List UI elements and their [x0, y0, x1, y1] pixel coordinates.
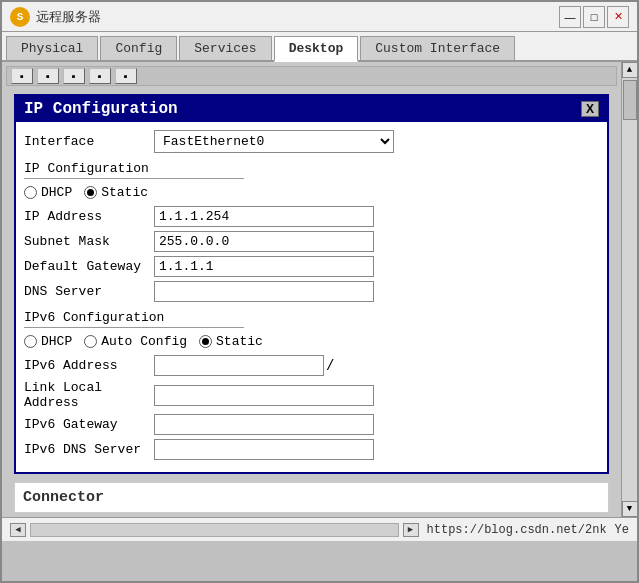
app-window: S 远程服务器 — □ ✕ Physical Config Services D…: [0, 0, 639, 583]
ipv6-static-label: Static: [216, 334, 263, 349]
tab-custom[interactable]: Custom Interface: [360, 36, 515, 60]
app-icon: S: [10, 7, 30, 27]
title-bar: S 远程服务器 — □ ✕: [2, 2, 637, 32]
scroll-down-button[interactable]: ▼: [622, 501, 638, 517]
ipv6-address-input[interactable]: [154, 355, 324, 376]
scroll-thumb[interactable]: [623, 80, 637, 120]
iface-btn-2[interactable]: ▪: [37, 68, 59, 84]
ip-address-row: IP Address: [24, 206, 599, 227]
ipv6-dns-label: IPv6 DNS Server: [24, 442, 154, 457]
status-right: Ye: [615, 523, 629, 537]
ip-config-body: Interface FastEthernet0 IP Configuration…: [16, 122, 607, 472]
h-scroll-thumb[interactable]: [30, 523, 399, 537]
link-local-input[interactable]: [154, 385, 374, 406]
ipv6-section-title: IPv6 Configuration: [24, 310, 244, 328]
dhcp-label: DHCP: [41, 185, 72, 200]
interface-select[interactable]: FastEthernet0: [154, 130, 394, 153]
ip-config-dialog: IP Configuration X Interface FastEtherne…: [14, 94, 609, 474]
ipv6-address-label: IPv6 Address: [24, 358, 154, 373]
subnet-mask-label: Subnet Mask: [24, 234, 154, 249]
dns-server-input[interactable]: [154, 281, 374, 302]
static-label: Static: [101, 185, 148, 200]
status-bar: ◀ ▶ https://blog.csdn.net/2nk Ye: [2, 517, 637, 541]
link-local-label: Link Local Address: [24, 380, 154, 410]
ipv6-gateway-row: IPv6 Gateway: [24, 414, 599, 435]
subnet-mask-row: Subnet Mask: [24, 231, 599, 252]
scroll-up-button[interactable]: ▲: [622, 62, 638, 78]
ipv6-dhcp-radio-circle: [24, 335, 37, 348]
maximize-button[interactable]: □: [583, 6, 605, 28]
ipv6-slash: /: [326, 358, 334, 374]
static-radio-circle: [84, 186, 97, 199]
ipv6-dns-input[interactable]: [154, 439, 374, 460]
ip-config-title-text: IP Configuration: [24, 100, 178, 118]
page-area: ▪ ▪ ▪ ▪ ▪ IP Configuration X Interface: [2, 62, 621, 517]
ipv6-mode-row: DHCP Auto Config Static: [24, 334, 599, 349]
main-scroll-area: ▪ ▪ ▪ ▪ ▪ IP Configuration X Interface: [2, 62, 637, 517]
scroll-left-button[interactable]: ◀: [10, 523, 26, 537]
ip-address-label: IP Address: [24, 209, 154, 224]
tab-services[interactable]: Services: [179, 36, 271, 60]
tab-desktop[interactable]: Desktop: [274, 36, 359, 62]
scroll-right-button[interactable]: ▶: [403, 523, 419, 537]
ipv6-gateway-label: IPv6 Gateway: [24, 417, 154, 432]
ip-address-input[interactable]: [154, 206, 374, 227]
ipv4-mode-row: DHCP Static: [24, 185, 599, 200]
dns-server-row: DNS Server: [24, 281, 599, 302]
connector-section: Connector: [14, 482, 609, 513]
default-gateway-label: Default Gateway: [24, 259, 154, 274]
ip-config-title-bar: IP Configuration X: [16, 96, 607, 122]
static-radio[interactable]: Static: [84, 185, 148, 200]
ipv6-gateway-input[interactable]: [154, 414, 374, 435]
ipv6-auto-radio-circle: [84, 335, 97, 348]
ipv6-dhcp-radio[interactable]: DHCP: [24, 334, 72, 349]
title-bar-controls: — □ ✕: [559, 6, 629, 28]
iface-btn-3[interactable]: ▪: [63, 68, 85, 84]
vertical-scrollbar[interactable]: ▲ ▼: [621, 62, 637, 517]
interface-row: Interface FastEthernet0: [24, 130, 599, 153]
default-gateway-input[interactable]: [154, 256, 374, 277]
subnet-mask-input[interactable]: [154, 231, 374, 252]
tab-config[interactable]: Config: [100, 36, 177, 60]
status-url: https://blog.csdn.net/2nk: [427, 523, 607, 537]
ipv6-auto-radio[interactable]: Auto Config: [84, 334, 187, 349]
close-button[interactable]: ✕: [607, 6, 629, 28]
ipv6-dns-row: IPv6 DNS Server: [24, 439, 599, 460]
tab-physical[interactable]: Physical: [6, 36, 98, 60]
iface-btn-1[interactable]: ▪: [11, 68, 33, 84]
ipv6-static-radio[interactable]: Static: [199, 334, 263, 349]
ipv4-section-title: IP Configuration: [24, 161, 244, 179]
ip-config-close-button[interactable]: X: [581, 101, 599, 117]
tab-bar: Physical Config Services Desktop Custom …: [2, 32, 637, 62]
dns-server-label: DNS Server: [24, 284, 154, 299]
default-gateway-row: Default Gateway: [24, 256, 599, 277]
iface-btn-4[interactable]: ▪: [89, 68, 111, 84]
ipv6-static-radio-circle: [199, 335, 212, 348]
link-local-row: Link Local Address: [24, 380, 599, 410]
ipv6-dhcp-label: DHCP: [41, 334, 72, 349]
interface-strip: ▪ ▪ ▪ ▪ ▪: [6, 66, 617, 86]
iface-btn-5[interactable]: ▪: [115, 68, 137, 84]
dhcp-radio-circle: [24, 186, 37, 199]
connector-title: Connector: [23, 489, 104, 506]
minimize-button[interactable]: —: [559, 6, 581, 28]
ipv6-auto-label: Auto Config: [101, 334, 187, 349]
ipv6-address-row: IPv6 Address /: [24, 355, 599, 376]
dhcp-radio[interactable]: DHCP: [24, 185, 72, 200]
interface-label: Interface: [24, 134, 154, 149]
title-bar-text: 远程服务器: [36, 8, 553, 26]
horizontal-scrollbar[interactable]: ◀ ▶: [10, 523, 419, 537]
